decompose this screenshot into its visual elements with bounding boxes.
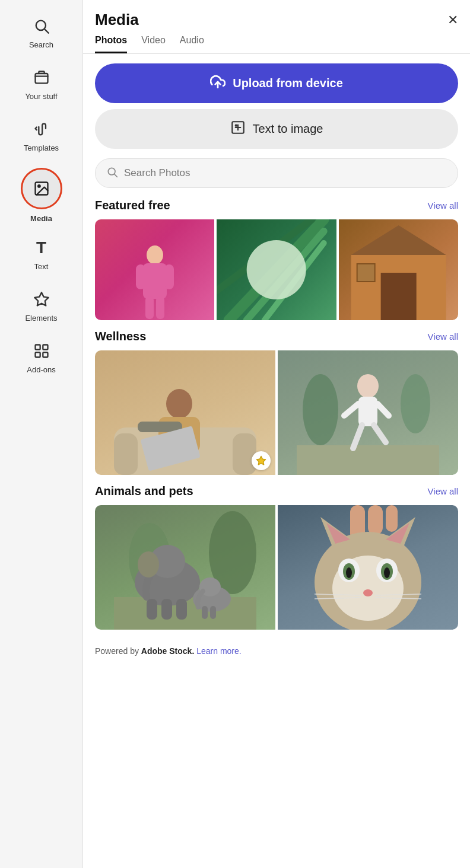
close-button[interactable]: ✕: [447, 14, 458, 27]
featured-free-grid: [95, 219, 458, 320]
panel-header: Media ✕: [83, 0, 470, 29]
tabs-bar: Photos Video Audio: [83, 29, 470, 54]
list-item[interactable]: [278, 505, 458, 630]
footer-text: Powered by: [95, 646, 141, 656]
footer-link[interactable]: Learn more.: [196, 646, 241, 656]
upload-from-device-button[interactable]: Upload from device: [95, 63, 458, 103]
sidebar-item-label-text: Text: [34, 262, 49, 271]
main-panel: Media ✕ Photos Video Audio Upload from d…: [83, 0, 470, 868]
svg-rect-19: [145, 296, 154, 319]
sidebar-item-search[interactable]: Search: [0, 6, 82, 58]
featured-free-header: Featured free View all: [95, 199, 458, 212]
svg-rect-16: [143, 263, 167, 299]
animals-view-all[interactable]: View all: [428, 486, 458, 496]
text-to-image-button[interactable]: Text to image: [95, 109, 458, 149]
svg-rect-8: [35, 352, 40, 357]
search-icon: [30, 14, 53, 38]
svg-point-4: [38, 185, 40, 187]
tab-audio[interactable]: Audio: [180, 35, 204, 53]
footer-brand: Adobe Stock.: [141, 646, 194, 656]
svg-point-15: [147, 245, 163, 264]
svg-line-1: [45, 29, 48, 33]
svg-line-46: [374, 425, 386, 442]
svg-rect-53: [147, 599, 157, 620]
sidebar-item-label-addons: Add-ons: [27, 365, 55, 374]
templates-icon: [30, 117, 53, 141]
svg-rect-42: [358, 397, 377, 426]
svg-marker-37: [257, 457, 266, 465]
svg-rect-17: [136, 264, 145, 289]
svg-rect-61: [368, 505, 383, 535]
svg-point-41: [357, 374, 379, 398]
animals-header: Animals and pets View all: [95, 484, 458, 498]
svg-marker-5: [34, 292, 48, 305]
list-item[interactable]: [339, 219, 458, 320]
svg-point-12: [235, 125, 236, 126]
sidebar-item-elements[interactable]: Elements: [0, 279, 82, 331]
sidebar-item-templates[interactable]: Templates: [0, 109, 82, 161]
svg-line-44: [377, 404, 389, 416]
svg-rect-58: [202, 606, 208, 619]
action-buttons: Upload from device Text to image: [83, 63, 470, 149]
upload-icon: [210, 74, 226, 92]
svg-rect-28: [380, 273, 416, 320]
wellness-title: Wellness: [95, 330, 146, 343]
animals-grid: [95, 505, 458, 630]
sidebar-item-label-templates: Templates: [24, 143, 59, 152]
svg-point-25: [247, 240, 306, 299]
list-item[interactable]: [95, 350, 275, 475]
tab-photos[interactable]: Photos: [95, 35, 127, 53]
svg-rect-18: [164, 264, 174, 289]
sidebar-item-label-search: Search: [29, 40, 53, 49]
sidebar-item-your-stuff[interactable]: Your stuff: [0, 58, 82, 109]
svg-rect-55: [176, 599, 187, 620]
featured-free-view-all[interactable]: View all: [428, 200, 458, 210]
sidebar-item-label-media: Media: [30, 214, 52, 223]
wellness-grid: [95, 350, 458, 475]
svg-rect-6: [35, 345, 40, 350]
wellness-header: Wellness View all: [95, 330, 458, 343]
wellness-view-all[interactable]: View all: [428, 331, 458, 342]
search-icon: [106, 166, 118, 180]
sidebar-item-addons[interactable]: Add-ons: [0, 331, 82, 382]
svg-rect-62: [386, 505, 398, 532]
svg-rect-20: [156, 296, 164, 319]
animals-section: Animals and pets View all: [83, 484, 470, 639]
panel-footer: Powered by Adobe Stock. Learn more.: [83, 639, 470, 668]
featured-free-title: Featured free: [95, 199, 170, 212]
svg-rect-32: [233, 433, 256, 475]
svg-rect-7: [43, 345, 47, 350]
sidebar-item-media[interactable]: Media: [0, 161, 82, 228]
sidebar: Search Your stuff Templates: [0, 0, 83, 868]
sidebar-item-label-elements: Elements: [25, 314, 57, 323]
svg-point-39: [401, 374, 430, 433]
svg-marker-27: [351, 225, 446, 255]
svg-point-70: [384, 567, 390, 578]
svg-point-33: [166, 389, 192, 419]
media-icon: [30, 177, 53, 200]
svg-point-71: [363, 589, 373, 596]
svg-line-14: [115, 174, 118, 177]
svg-rect-31: [114, 433, 138, 475]
svg-rect-54: [161, 599, 172, 620]
upload-button-label: Upload from device: [233, 76, 343, 90]
tab-video[interactable]: Video: [141, 35, 166, 53]
text-to-image-icon: [230, 120, 246, 138]
sidebar-item-text[interactable]: T Text: [0, 228, 82, 279]
addons-icon: [30, 339, 53, 363]
list-item[interactable]: [278, 350, 458, 475]
list-item[interactable]: [95, 505, 275, 630]
svg-rect-9: [43, 352, 47, 357]
featured-free-section: Featured free View all: [83, 199, 470, 330]
svg-rect-59: [210, 606, 216, 619]
svg-rect-40: [297, 445, 439, 475]
svg-rect-2: [35, 74, 47, 83]
list-item[interactable]: [95, 219, 214, 320]
wellness-section: Wellness View all: [83, 330, 470, 484]
search-bar: [95, 158, 458, 188]
search-input[interactable]: [124, 167, 447, 179]
svg-line-45: [353, 425, 362, 448]
svg-point-69: [346, 567, 352, 578]
svg-point-38: [303, 374, 338, 445]
list-item[interactable]: [217, 219, 336, 320]
